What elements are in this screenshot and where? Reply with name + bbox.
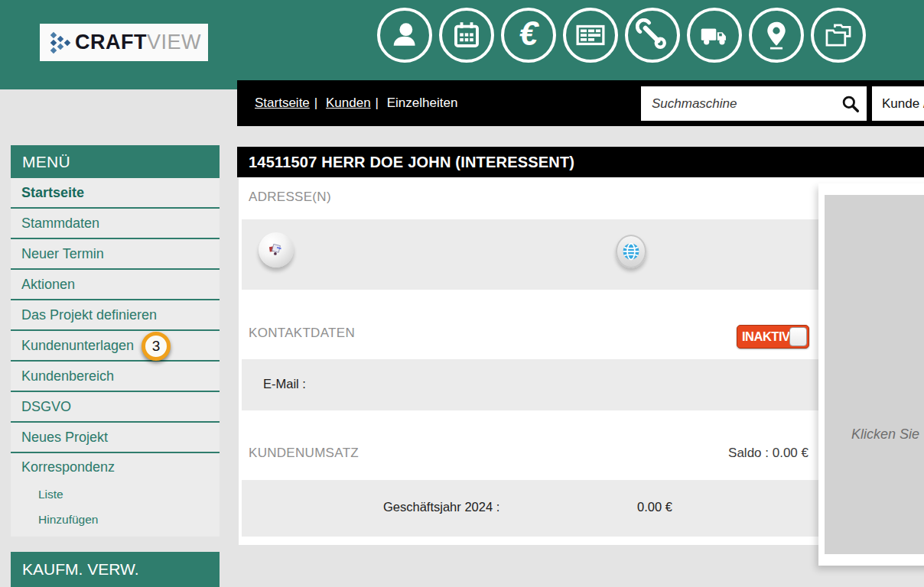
- sidebar-item-projekt-definieren[interactable]: Das Projekt definieren: [11, 300, 220, 331]
- breadcrumb: Startseite| Kunden| Einzelheiten: [255, 96, 457, 111]
- breadcrumb-current: Einzelheiten: [387, 96, 458, 110]
- folders-icon: [822, 18, 855, 52]
- website-globe-icon[interactable]: [616, 235, 646, 268]
- sidebar-item-aktionen[interactable]: Aktionen: [11, 270, 220, 300]
- breadcrumb-separator: |: [376, 96, 379, 110]
- app-root: CRAFTVIEW: [0, 0, 924, 587]
- fiscal-year-label: Geschäftsjahr 2024 :: [383, 500, 499, 514]
- sidebar-item-label: Korrespondenz: [21, 459, 115, 475]
- brand-name-bold: CRAFT: [75, 31, 147, 54]
- main-icon-nav: €: [377, 8, 866, 63]
- table-icon: [573, 18, 608, 53]
- inactive-toggle-label: INAKTIV: [742, 329, 790, 344]
- search-input[interactable]: [641, 96, 835, 112]
- sidebar-item-label: Kundenbereich: [21, 368, 114, 384]
- calendar-icon: [451, 19, 483, 51]
- breadcrumb-link-kunden[interactable]: Kunden: [326, 96, 371, 110]
- sidebar-item-label: Aktionen: [21, 277, 75, 293]
- nav-finance-button[interactable]: €: [501, 8, 556, 63]
- sidebar-item-label: Stammdaten: [21, 216, 99, 232]
- breadcrumb-link-startseite[interactable]: Startseite: [255, 96, 310, 110]
- sidebar-section-kaufm-verw[interactable]: KAUFM. VERW.: [11, 552, 220, 587]
- sidebar-item-label: Neues Projekt: [21, 430, 108, 446]
- search-button[interactable]: [835, 86, 867, 121]
- customer-title: 14511507 HERR DOE JOHN (INTERESSENT): [249, 154, 574, 171]
- inactive-toggle[interactable]: INAKTIV: [737, 325, 809, 349]
- nav-tools-button[interactable]: [625, 8, 680, 63]
- sidebar-item-neues-projekt[interactable]: Neues Projekt: [11, 423, 220, 453]
- sidebar-item-label: Hinzufügen: [38, 513, 98, 527]
- sidebar-item-label: Liste: [38, 488, 63, 501]
- search-scope-value: Kunde /: [882, 96, 924, 112]
- search-box: [641, 86, 867, 121]
- brand-name-light: VIEW: [147, 31, 201, 54]
- section-title-contact: KONTAKTDATEN: [249, 326, 355, 341]
- euro-icon: €: [519, 17, 538, 54]
- sidebar-menu: Startseite Stammdaten Neuer Termin Aktio…: [11, 178, 220, 537]
- section-title-revenue: KUNDENUMSATZ: [249, 446, 359, 461]
- wrench-icon: [636, 18, 669, 52]
- nav-logistics-button[interactable]: [687, 8, 742, 63]
- fiscal-year-value: 0.00 €: [637, 500, 672, 514]
- location-pin-icon: [760, 18, 793, 52]
- sidebar-item-startseite[interactable]: Startseite: [11, 178, 220, 209]
- nav-location-button[interactable]: [749, 8, 804, 63]
- sidebar-group-korrespondenz: Korrespondenz Liste Hinzufügen: [11, 453, 220, 537]
- saldo-value: Saldo : 0.00 €: [728, 446, 808, 461]
- top-header: CRAFTVIEW: [0, 0, 924, 89]
- nav-documents-button[interactable]: [811, 8, 866, 63]
- sidebar-item-dsgvo[interactable]: DSGVO: [11, 392, 220, 423]
- address-map-icon[interactable]: [259, 232, 294, 268]
- address-map-glyph: [266, 240, 286, 260]
- globe-glyph: [620, 241, 642, 262]
- section-title-addresses: ADRESSE(N): [249, 190, 331, 205]
- sidebar-subitem-hinzufuegen[interactable]: Hinzufügen: [11, 507, 220, 532]
- breadcrumb-bar: Startseite| Kunden| Einzelheiten Kunde /: [237, 80, 924, 126]
- breadcrumb-separator: |: [314, 96, 317, 110]
- nav-user-button[interactable]: [377, 8, 432, 63]
- search-icon: [841, 94, 861, 114]
- email-label: E-Mail :: [263, 377, 306, 391]
- sidebar-item-label: Kundenunterlagen: [21, 338, 134, 354]
- brand-logo[interactable]: CRAFTVIEW: [40, 24, 208, 61]
- sidebar-item-label: Neuer Termin: [21, 246, 104, 262]
- sidebar-subitem-liste[interactable]: Liste: [11, 482, 220, 507]
- sidebar: MENÜ Startseite Stammdaten Neuer Termin …: [11, 145, 220, 537]
- toggle-knob: [789, 327, 807, 346]
- nav-table-button[interactable]: [563, 8, 618, 63]
- sidebar-item-korrespondenz[interactable]: Korrespondenz: [11, 453, 220, 482]
- truck-icon: [697, 18, 732, 53]
- sidebar-item-kundenbereich[interactable]: Kundenbereich: [11, 362, 220, 392]
- sidebar-item-kundenunterlagen[interactable]: Kundenunterlagen 3: [11, 331, 220, 362]
- nav-calendar-button[interactable]: [439, 8, 494, 63]
- sidebar-menu-title: MENÜ: [11, 145, 220, 178]
- sidebar-item-label: Das Projekt definieren: [21, 307, 157, 323]
- sidebar-item-neuer-termin[interactable]: Neuer Termin: [11, 239, 220, 270]
- notification-badge: 3: [142, 332, 171, 361]
- user-icon: [388, 18, 421, 52]
- customer-title-bar: 14511507 HERR DOE JOHN (INTERESSENT): [237, 147, 924, 177]
- brand-name: CRAFTVIEW: [75, 31, 201, 54]
- search-scope-select[interactable]: Kunde /: [872, 86, 924, 121]
- overlay-hint-text: Klicken Sie: [851, 426, 919, 443]
- sidebar-item-label: Startseite: [21, 185, 84, 201]
- brand-diamonds-icon: [49, 31, 72, 54]
- side-overlay-dropzone[interactable]: Klicken Sie: [825, 195, 924, 554]
- side-overlay-panel: Klicken Sie: [818, 183, 924, 566]
- sidebar-item-label: DSGVO: [21, 399, 71, 415]
- sidebar-item-stammdaten[interactable]: Stammdaten: [11, 209, 220, 239]
